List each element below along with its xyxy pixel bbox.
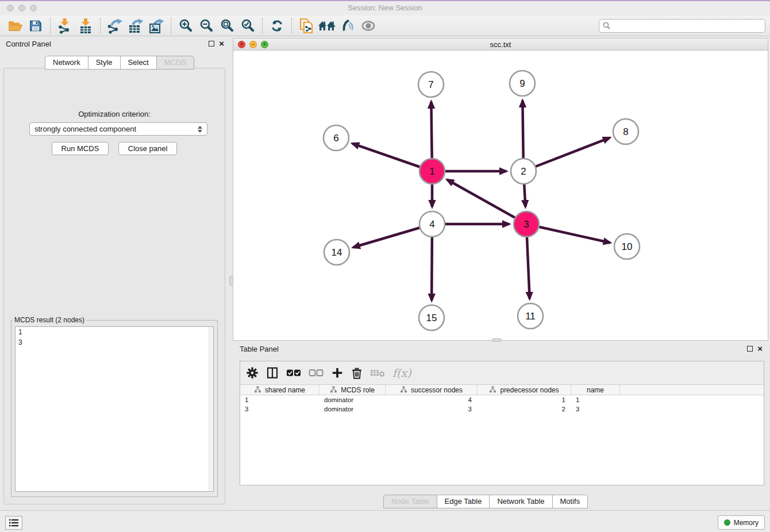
result-line: 1 bbox=[16, 327, 213, 337]
zoom-in-icon bbox=[179, 18, 193, 33]
status-bar: Memory bbox=[0, 510, 770, 532]
criterion-value: strongly connected component bbox=[34, 125, 136, 133]
graph-node-label-7: 7 bbox=[428, 79, 433, 90]
network-window-titlebar[interactable]: × – + scc.txt bbox=[233, 38, 768, 51]
graph-node-label-2: 2 bbox=[521, 166, 526, 177]
network-canvas[interactable]: 1234678910111415 bbox=[233, 51, 768, 340]
mcds-panel: Optimization criterion: strongly connect… bbox=[3, 68, 225, 504]
close-panel-icon[interactable]: × bbox=[219, 41, 224, 47]
column-header-predecessor-nodes[interactable]: predecessor nodes bbox=[478, 385, 571, 395]
cell-mcds-role[interactable]: dominator bbox=[319, 395, 386, 404]
tab-edge-table[interactable]: Edge Table bbox=[437, 495, 490, 508]
export-table-button[interactable] bbox=[125, 17, 146, 34]
export-network-button[interactable] bbox=[105, 17, 125, 34]
search-input[interactable] bbox=[613, 22, 761, 30]
tab-network[interactable]: Network bbox=[45, 56, 88, 70]
column-header-shared-name[interactable]: shared name bbox=[240, 385, 319, 395]
cell-successor-nodes[interactable]: 4 bbox=[386, 395, 478, 404]
style-brush-button[interactable] bbox=[337, 17, 358, 34]
splitter-grip-horizontal[interactable] bbox=[492, 338, 502, 342]
graph-node-label-3: 3 bbox=[523, 219, 529, 230]
cell-successor-nodes[interactable]: 3 bbox=[386, 404, 478, 414]
import-network-icon bbox=[57, 18, 72, 34]
zoom-fit-button[interactable] bbox=[217, 17, 237, 34]
export-network-icon bbox=[107, 18, 123, 34]
cell-name[interactable]: 3 bbox=[571, 404, 620, 414]
criterion-dropdown[interactable]: strongly connected component bbox=[29, 122, 207, 136]
delete-row-button[interactable] bbox=[351, 365, 363, 381]
attribute-icon bbox=[254, 386, 261, 394]
toolbar-separator bbox=[291, 18, 292, 34]
function-builder-button[interactable]: f(x) bbox=[392, 365, 411, 381]
memory-label: Memory bbox=[734, 519, 759, 527]
first-neighbors-button[interactable] bbox=[317, 17, 337, 34]
application-window: Session: New Session bbox=[0, 0, 770, 532]
network-window-title: scc.txt bbox=[233, 40, 768, 49]
list-icon bbox=[9, 518, 19, 527]
cell-mcds-role[interactable]: dominator bbox=[319, 404, 386, 414]
graph-edge-2-8[interactable] bbox=[523, 138, 610, 171]
mcds-result-title: MCDS result (2 nodes) bbox=[13, 316, 86, 324]
zoom-in-button[interactable] bbox=[175, 17, 196, 34]
save-icon bbox=[29, 19, 43, 33]
mcds-result-lines: 13 bbox=[16, 327, 213, 348]
memory-button[interactable]: Memory bbox=[718, 515, 765, 530]
export-image-button[interactable] bbox=[146, 17, 167, 34]
cell-shared-name[interactable]: 1 bbox=[240, 395, 319, 404]
table-settings-button[interactable] bbox=[246, 365, 259, 381]
cell-predecessor-nodes[interactable]: 2 bbox=[478, 404, 571, 414]
select-all-button[interactable] bbox=[286, 365, 301, 381]
add-row-button[interactable] bbox=[331, 365, 344, 381]
result-scrollbar[interactable] bbox=[209, 327, 213, 491]
tab-motifs[interactable]: Motifs bbox=[553, 495, 588, 508]
tab-style[interactable]: Style bbox=[88, 56, 121, 70]
graph-node-label-8: 8 bbox=[623, 126, 628, 137]
search-box[interactable] bbox=[599, 19, 765, 33]
column-header-name[interactable]: name bbox=[571, 385, 620, 395]
table-row[interactable]: 1dominator411 bbox=[240, 395, 764, 404]
float-panel-icon[interactable] bbox=[209, 41, 214, 47]
unchecked-boxes-icon bbox=[309, 369, 324, 377]
zoom-selected-button[interactable] bbox=[237, 17, 258, 34]
tab-select[interactable]: Select bbox=[121, 56, 157, 70]
table-tabs: Node TableEdge TableNetwork TableMotifs bbox=[383, 495, 588, 508]
task-history-button[interactable] bbox=[5, 516, 22, 530]
style-brush-icon bbox=[340, 19, 355, 33]
cell-shared-name[interactable]: 3 bbox=[240, 404, 319, 414]
show-details-button[interactable] bbox=[358, 17, 379, 34]
import-table-button[interactable] bbox=[75, 17, 96, 34]
refresh-icon bbox=[270, 19, 284, 33]
cell-name[interactable]: 1 bbox=[571, 395, 620, 404]
toolbar-separator bbox=[262, 18, 263, 34]
graph-edge-3-1[interactable] bbox=[447, 180, 526, 224]
column-header-mcds-role[interactable]: MCDS role bbox=[319, 385, 386, 395]
mcds-result-text[interactable]: 13 bbox=[15, 326, 214, 492]
network-graph[interactable]: 1234678910111415 bbox=[233, 51, 767, 340]
save-session-button[interactable] bbox=[25, 17, 46, 34]
duplicate-network-button[interactable] bbox=[296, 17, 317, 34]
cell-predecessor-nodes[interactable]: 1 bbox=[478, 395, 571, 404]
delete-table-button[interactable] bbox=[370, 365, 385, 381]
float-table-panel-icon[interactable] bbox=[747, 346, 753, 352]
tab-mcds[interactable]: MCDS bbox=[157, 56, 194, 70]
close-table-panel-icon[interactable]: × bbox=[757, 346, 763, 352]
zoom-out-button[interactable] bbox=[196, 17, 217, 34]
import-network-button[interactable] bbox=[55, 17, 75, 34]
splitter-grip-vertical[interactable] bbox=[229, 276, 233, 286]
table-body: 1dominator4113dominator323 bbox=[240, 395, 764, 414]
right-column: × – + scc.txt 12346789101114 bbox=[232, 36, 768, 510]
table-columns-button[interactable] bbox=[266, 365, 279, 381]
refresh-styles-button[interactable] bbox=[267, 17, 287, 34]
table-header: shared nameMCDS rolesuccessor nodesprede… bbox=[240, 384, 764, 395]
dropdown-stepper-icon bbox=[198, 126, 202, 133]
run-mcds-button[interactable]: Run MCDS bbox=[52, 142, 109, 155]
close-panel-button[interactable]: Close panel bbox=[118, 142, 178, 155]
tab-node-table[interactable]: Node Table bbox=[383, 495, 437, 508]
deselect-all-button[interactable] bbox=[309, 365, 324, 381]
attribute-icon bbox=[330, 386, 337, 394]
table-row[interactable]: 3dominator323 bbox=[240, 404, 764, 414]
column-header-successor-nodes[interactable]: successor nodes bbox=[386, 385, 478, 395]
table-toolbar: f(x) bbox=[240, 361, 764, 384]
tab-network-table[interactable]: Network Table bbox=[490, 495, 552, 508]
open-session-button[interactable] bbox=[5, 17, 25, 34]
